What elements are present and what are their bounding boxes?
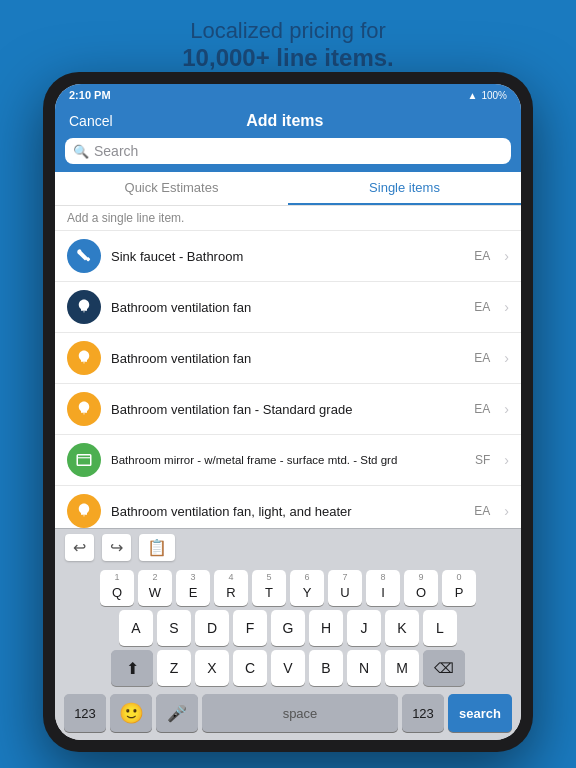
chevron-icon: › (504, 350, 509, 366)
key-4[interactable]: 4R (214, 570, 248, 606)
key-z[interactable]: Z (157, 650, 191, 686)
space-key[interactable]: space (202, 694, 398, 732)
wifi-icon: ▲ (468, 90, 478, 101)
emoji-key[interactable]: 🙂 (110, 694, 152, 732)
item-label: Bathroom ventilation fan, light, and hea… (111, 504, 464, 519)
paste-button[interactable]: 📋 (139, 534, 175, 561)
item-unit: SF (475, 453, 490, 467)
nav-title: Add items (246, 112, 323, 130)
tab-single-items[interactable]: Single items (288, 172, 521, 205)
item-label: Sink faucet - Bathroom (111, 249, 464, 264)
battery-icon: 100% (481, 90, 507, 101)
chevron-icon: › (504, 401, 509, 417)
search-input-wrap[interactable]: 🔍 Search (65, 138, 511, 164)
redo-button[interactable]: ↪ (102, 534, 131, 561)
promo-line2: 10,000+ line items. (40, 44, 536, 72)
undo-button[interactable]: ↩ (65, 534, 94, 561)
item-unit: EA (474, 402, 490, 416)
mic-key[interactable]: 🎤 (156, 694, 198, 732)
chevron-icon: › (504, 452, 509, 468)
item-label: Bathroom ventilation fan - Standard grad… (111, 402, 464, 417)
key-x[interactable]: X (195, 650, 229, 686)
key-a[interactable]: A (119, 610, 153, 646)
item-icon (67, 494, 101, 528)
keyboard-row-3: ⬆ Z X C V B N M ⌫ (58, 650, 518, 686)
key-3[interactable]: 3E (176, 570, 210, 606)
status-icons: ▲ 100% (468, 90, 507, 101)
item-unit: EA (474, 504, 490, 518)
shift-button[interactable]: ⬆ (111, 650, 153, 686)
item-unit: EA (474, 351, 490, 365)
promo-line1: Localized pricing for (40, 18, 536, 44)
key-6[interactable]: 6Y (290, 570, 324, 606)
key-8[interactable]: 8I (366, 570, 400, 606)
item-icon (67, 392, 101, 426)
keyboard: 1Q 2W 3E 4R 5T 6Y 7U 8I 9O 0P A S D F G … (55, 566, 521, 740)
device-screen: 2:10 PM ▲ 100% Cancel Add items 🔍 Search… (55, 84, 521, 740)
list-item[interactable]: Bathroom ventilation fan EA › (55, 282, 521, 333)
item-icon (67, 443, 101, 477)
status-time: 2:10 PM (69, 89, 111, 101)
item-label: Bathroom mirror - w/metal frame - surfac… (111, 454, 465, 466)
device-frame: 2:10 PM ▲ 100% Cancel Add items 🔍 Search… (43, 72, 533, 752)
list-item[interactable]: Bathroom ventilation fan EA › (55, 333, 521, 384)
cancel-button[interactable]: Cancel (69, 113, 113, 129)
list-item[interactable]: Bathroom mirror - w/metal frame - surfac… (55, 435, 521, 486)
key-m[interactable]: M (385, 650, 419, 686)
list-item[interactable]: Sink faucet - Bathroom EA › (55, 231, 521, 282)
keyboard-row-2: A S D F G H J K L (58, 610, 518, 646)
key-1[interactable]: 1Q (100, 570, 134, 606)
key-h[interactable]: H (309, 610, 343, 646)
hint-text: Add a single line item. (55, 206, 521, 231)
key-k[interactable]: K (385, 610, 419, 646)
search-key[interactable]: search (448, 694, 512, 732)
chevron-icon: › (504, 299, 509, 315)
key-b[interactable]: B (309, 650, 343, 686)
item-label: Bathroom ventilation fan (111, 300, 464, 315)
keyboard-toolbar: ↩ ↪ 📋 (55, 528, 521, 566)
key-l[interactable]: L (423, 610, 457, 646)
backspace-button[interactable]: ⌫ (423, 650, 465, 686)
list-item[interactable]: Bathroom ventilation fan - Standard grad… (55, 384, 521, 435)
keyboard-bottom-row: 123 🙂 🎤 space 123 search (58, 690, 518, 736)
key-7[interactable]: 7U (328, 570, 362, 606)
key-j[interactable]: J (347, 610, 381, 646)
status-bar: 2:10 PM ▲ 100% (55, 84, 521, 106)
item-label: Bathroom ventilation fan (111, 351, 464, 366)
key-v[interactable]: V (271, 650, 305, 686)
list-item[interactable]: Bathroom ventilation fan, light, and hea… (55, 486, 521, 528)
key-n[interactable]: N (347, 650, 381, 686)
item-unit: EA (474, 300, 490, 314)
key-f[interactable]: F (233, 610, 267, 646)
nav-bar: Cancel Add items (55, 106, 521, 138)
numbers-key-right[interactable]: 123 (402, 694, 444, 732)
svg-rect-0 (77, 455, 91, 466)
key-g[interactable]: G (271, 610, 305, 646)
key-5[interactable]: 5T (252, 570, 286, 606)
search-icon: 🔍 (73, 144, 89, 159)
key-d[interactable]: D (195, 610, 229, 646)
key-2[interactable]: 2W (138, 570, 172, 606)
item-icon (67, 290, 101, 324)
tab-quick-estimates[interactable]: Quick Estimates (55, 172, 288, 205)
key-c[interactable]: C (233, 650, 267, 686)
item-icon (67, 341, 101, 375)
key-0[interactable]: 0P (442, 570, 476, 606)
item-unit: EA (474, 249, 490, 263)
items-list: Sink faucet - Bathroom EA › Bathroom ven… (55, 231, 521, 528)
chevron-icon: › (504, 248, 509, 264)
keyboard-row-numbers: 1Q 2W 3E 4R 5T 6Y 7U 8I 9O 0P (58, 570, 518, 606)
search-input[interactable]: Search (94, 143, 138, 159)
key-9[interactable]: 9O (404, 570, 438, 606)
item-icon (67, 239, 101, 273)
key-s[interactable]: S (157, 610, 191, 646)
chevron-icon: › (504, 503, 509, 519)
search-bar: 🔍 Search (55, 138, 521, 172)
segment-control: Quick Estimates Single items (55, 172, 521, 206)
numbers-key[interactable]: 123 (64, 694, 106, 732)
